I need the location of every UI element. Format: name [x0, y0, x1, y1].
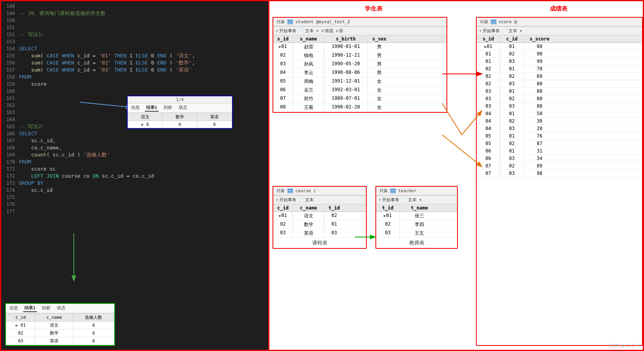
line-num-172: 172	[1, 173, 19, 180]
course-text-btn[interactable]: 📄 文本	[299, 197, 314, 203]
student-text-btn[interactable]: 📄 文本 ▾	[299, 28, 319, 34]
line-content-174: sc.c_id	[19, 187, 268, 194]
teacher-start-tx[interactable]: ⚡ 开始事务	[379, 197, 399, 203]
line-num-163: 163	[1, 109, 19, 116]
cell-r2-cid-1: ▶ 01	[6, 322, 35, 329]
score-col-cid: c_id	[500, 35, 524, 42]
teacher-col-tname: t_name	[400, 204, 439, 211]
course-obj-name: course (	[295, 188, 316, 193]
score-cell-cid-1: 01	[500, 43, 524, 50]
code-line-177: 177	[1, 208, 268, 215]
student-cell-sbirth-3: 1990-05-20	[324, 60, 368, 68]
course-start-tx-icon: ⚡	[276, 197, 278, 202]
teacher-text-btn[interactable]: 📄 文本 ▾	[402, 197, 422, 203]
cell-yingyu-1: 6	[197, 121, 232, 128]
score-row-5: 02 02 60	[477, 73, 642, 80]
teacher-row-3: 03 王五	[376, 229, 457, 238]
student-col-sid: s_id	[273, 35, 293, 42]
student-sort-btn[interactable]: ↕ 排	[336, 28, 344, 34]
course-header-row: c_id c_name t_id	[273, 204, 366, 212]
score-row-10: 04 01 50	[477, 110, 642, 118]
line-num-170: 170	[1, 158, 19, 165]
student-row-1: ▶01 赵雷 1990-01-01 男	[273, 43, 446, 51]
score-cell-sscore-8: 80	[524, 95, 555, 102]
result-row-2-3: 03 英语 6	[6, 337, 114, 345]
course-start-tx[interactable]: ⚡ 开始事务	[276, 197, 296, 203]
score-cell-sscore-11: 30	[524, 118, 555, 125]
student-row-2: 02 钱电 1990-12-21 男	[273, 51, 446, 60]
student-cell-sbirth-2: 1990-12-21	[324, 51, 368, 60]
teacher-row-2: 02 李四	[376, 221, 457, 229]
teacher-header-row: t_id t_name	[376, 204, 457, 212]
course-cell-cname-3: 英语	[293, 229, 324, 237]
tab-profile-1[interactable]: 剖析	[163, 104, 174, 112]
code-line-152: 152 -- 写法1:	[1, 31, 268, 38]
line-content-152: -- 写法1:	[19, 31, 268, 38]
score-cell-sid-1: ▶01	[477, 43, 500, 50]
line-num-159: 159	[1, 81, 19, 88]
line-num-169: 169	[1, 151, 19, 158]
tab-result-1[interactable]: 结果1	[145, 104, 159, 112]
teacher-cell-tname-1: 张三	[400, 212, 439, 220]
line-num-161: 161	[1, 95, 19, 102]
main-container: 148 149 -- 26、查询每门课程被选修的学生数 150 151	[0, 0, 644, 351]
line-num-160: 160	[1, 88, 19, 95]
course-row-1: ▶01 语文 02	[273, 212, 366, 221]
code-line-160: 160	[1, 88, 268, 95]
student-cell-ssex-1: 男	[368, 43, 391, 51]
sort-icon: ↕	[336, 28, 338, 33]
score-start-tx[interactable]: ⚡ 开始事务	[479, 28, 500, 34]
line-num-174: 174	[1, 187, 19, 194]
code-line-175: 175	[1, 194, 268, 201]
student-start-tx[interactable]: ⚡ 开始事务	[276, 28, 296, 34]
score-cell-sscore-12: 20	[524, 125, 555, 132]
result-row-2-2: 02 数学 6	[6, 329, 114, 337]
score-start-tx-icon: ⚡	[479, 28, 482, 33]
score-col-sid: s_id	[477, 35, 500, 42]
code-line-168: 168 co.c_name,	[1, 144, 268, 151]
score-cell-sid-5: 02	[477, 73, 500, 80]
score-cell-cid-14: 02	[500, 140, 524, 147]
student-cell-ssex-5: 女	[368, 77, 391, 86]
cell-r2-cname-2: 数学	[35, 329, 73, 337]
line-content-170: FROM	[19, 158, 268, 165]
score-row-17: 07 02 89	[477, 162, 642, 170]
line-num-150: 150	[1, 17, 19, 24]
score-row-18: 07 03 98	[477, 170, 642, 177]
score-cell-sid-12: 04	[477, 125, 500, 132]
student-cell-sid-1: ▶01	[273, 43, 293, 51]
score-cell-cid-4: 01	[500, 65, 524, 72]
score-text-btn[interactable]: 📄 文本 ▾	[502, 28, 522, 34]
tab-info-2[interactable]: 信息	[8, 305, 19, 312]
student-cell-sname-6: 吴兰	[293, 86, 324, 94]
score-row-8: 03 02 80	[477, 95, 642, 103]
tab-status-1[interactable]: 状态	[177, 104, 188, 112]
tab-result-2[interactable]: 结果1	[23, 305, 37, 312]
tab-status-2[interactable]: 状态	[56, 305, 67, 312]
line-num-155: 155	[1, 52, 19, 59]
course-cell-tid-3: 03	[324, 229, 344, 237]
score-cell-cid-5: 02	[500, 73, 524, 80]
code-line-174: 174 sc.c_id	[1, 187, 268, 194]
student-table-section-title: 学生表	[365, 4, 382, 13]
score-obj-tab: 对象 score @	[477, 18, 642, 26]
start-tx-icon: ⚡	[276, 28, 278, 33]
score-row-7: 03 01 80	[477, 88, 642, 95]
line-num-148: 148	[1, 3, 19, 10]
result-tabs-2: 信息 结果1 剖析 状态	[6, 304, 114, 313]
score-cell-sscore-15: 31	[524, 147, 555, 154]
course-row-2: 02 数学 01	[273, 221, 366, 229]
student-cell-sbirth-4: 1990-08-06	[324, 69, 368, 77]
teacher-cell-tid-2: 02	[376, 221, 400, 229]
line-content-151	[19, 24, 268, 31]
tab-info-1[interactable]: 信息	[130, 104, 141, 112]
cell-r2-xx-2: 6	[73, 329, 114, 337]
student-filter-btn[interactable]: ▽ 筛选	[321, 28, 333, 34]
course-cell-cid-2: 02	[273, 221, 293, 229]
student-col-sbirth: s_birth	[324, 35, 368, 42]
score-cell-sid-4: 02	[477, 65, 500, 72]
student-table: 对象 student @mysql_test_2 ⚡ 开始事务 📄 文本 ▾ ▽…	[273, 17, 447, 113]
score-table: 对象 score @ ⚡ 开始事务 📄 文本 ▾ s_id c_id s_sco…	[476, 17, 643, 346]
tab-profile-2[interactable]: 剖析	[41, 305, 52, 312]
code-line-156: 156 sum( CASE WHEN c_id = '02' THEN 1 EL…	[1, 59, 268, 66]
